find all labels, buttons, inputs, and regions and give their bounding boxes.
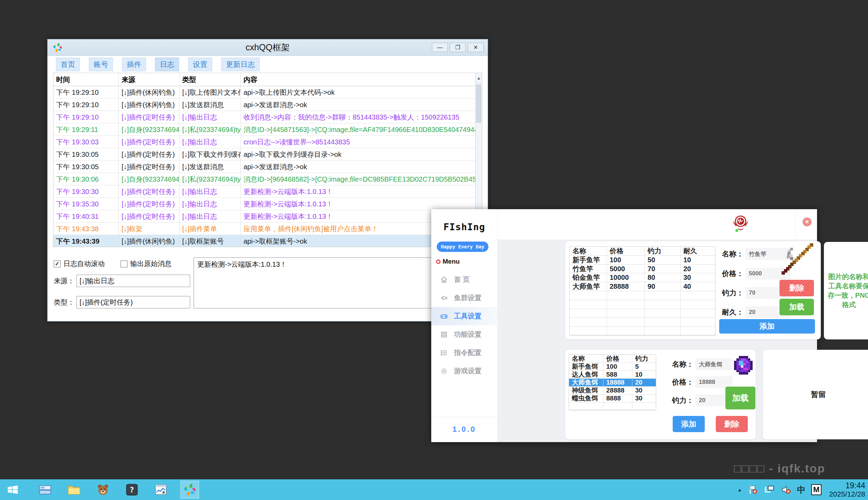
log-row[interactable]: 下午 19:30:30[↓]插件(定时任务)[↓]输出日志更新检测->云端版本:…: [53, 185, 480, 198]
taskbar-item-monitor-app[interactable]: [152, 481, 170, 499]
bait-row[interactable]: [569, 402, 656, 410]
rod-row[interactable]: 大师鱼竿288889040: [570, 282, 715, 291]
tab-settings[interactable]: 设置: [188, 58, 212, 71]
scroll-up-icon[interactable]: ▲: [476, 73, 482, 83]
log-row[interactable]: 下午 19:43:38[↓]框架[↓]插件菜单应用菜单，插件[休闲钓鱼]被用户点…: [53, 223, 480, 235]
log-row[interactable]: 下午 19:30:06[↓]自身(923374694)[↓]私(92337469…: [53, 173, 480, 185]
rod-row[interactable]: [570, 318, 715, 327]
rod-load-button[interactable]: 加载: [779, 299, 814, 315]
nav-item-function-settings[interactable]: 功能设置: [431, 325, 497, 344]
desktop: □□□□ - iqfk.top cxhQQ框架 — ❐ ✕ 首页 账号 插件 日…: [0, 0, 868, 500]
table-cell: [570, 318, 607, 326]
rod-row[interactable]: [570, 300, 715, 309]
log-row[interactable]: 下午 19:29:10[↓]插件(休闲钓鱼)[↓]发送群消息api->发送群消息…: [53, 99, 480, 111]
scroll-thumb[interactable]: [476, 85, 481, 123]
log-cell-source: [↓]自身(923374694): [119, 123, 179, 136]
table-cell: [645, 300, 681, 309]
nav-item-fish-settings[interactable]: 鱼群设置: [431, 289, 497, 307]
tray-clock[interactable]: 19:44 2025/12/28: [829, 481, 865, 499]
table-cell: 18888: [603, 379, 632, 386]
start-button[interactable]: [0, 479, 25, 500]
log-row[interactable]: 下午 19:30:05[↓]插件(定时任务)[↓]取下载文件到缓存目录api->…: [53, 148, 480, 161]
svg-text:?: ?: [130, 486, 134, 494]
table-cell: [607, 309, 645, 318]
column-header: 价格: [607, 247, 645, 255]
table-cell: [681, 300, 715, 309]
rod-row[interactable]: [570, 309, 715, 318]
tab-changelog[interactable]: 更新日志: [221, 58, 260, 71]
minimize-button[interactable]: —: [432, 43, 448, 52]
table-cell: [681, 327, 715, 335]
ime-mode-badge[interactable]: M: [811, 484, 822, 495]
tab-home[interactable]: 首页: [56, 58, 80, 71]
checkbox-checked-icon[interactable]: ✓: [54, 261, 61, 267]
rod-row[interactable]: [570, 327, 715, 336]
rod-row[interactable]: [570, 291, 715, 300]
log-row[interactable]: 下午 19:29:11[↓]自身(923374694)[↓]私(92337469…: [53, 123, 480, 136]
action-center-flag-icon[interactable]: [747, 484, 758, 495]
log-table-header: 时间 来源 类型 内容: [53, 73, 480, 86]
taskbar-item-explorer[interactable]: [36, 481, 54, 499]
maximize-button[interactable]: ❐: [450, 43, 466, 52]
bait-add-button[interactable]: 添加: [673, 416, 705, 432]
bait-price-input[interactable]: 18888: [695, 376, 733, 388]
nav-item-game-settings[interactable]: 游戏设置: [431, 362, 497, 380]
clan-emblem-logo: [731, 212, 750, 233]
col-header-content: 内容: [241, 73, 480, 86]
ime-language-indicator[interactable]: 中: [797, 484, 806, 496]
table-cell: [632, 402, 656, 410]
bait-row[interactable]: 蠕虫鱼饵888830: [569, 395, 656, 402]
table-cell: 50: [645, 256, 681, 264]
close-button[interactable]: ✕: [468, 43, 484, 52]
rod-row[interactable]: 新手鱼竿1005010: [570, 256, 715, 265]
nav-item-command-config[interactable]: 指令配置: [431, 344, 497, 362]
checkbox-unchecked-icon[interactable]: [121, 261, 127, 267]
image-note-card: 图片的名称和工具名称要保存一致，PNG格式: [824, 242, 868, 339]
table-cell: 大师鱼竿: [570, 282, 607, 291]
table-cell: 达人鱼饵: [569, 371, 603, 378]
banner-button[interactable]: Happy Every Day: [437, 242, 488, 252]
rod-row[interactable]: 铂金鱼竿100008030: [570, 273, 715, 282]
qq-titlebar[interactable]: cxhQQ框架 — ❐ ✕: [48, 39, 488, 56]
source-filter-input[interactable]: [↓]输出日志: [76, 275, 190, 287]
bait-row[interactable]: 神级鱼饵2888830: [569, 387, 656, 395]
log-row[interactable]: 下午 19:29:10[↓]插件(定时任务)[↓]输出日志收到消息->内容：我的…: [53, 111, 480, 123]
taskbar-item-bear-app[interactable]: [94, 481, 112, 499]
col-header-time: 时间: [53, 73, 119, 86]
raw-output-checkbox[interactable]: 输出原始消息: [121, 259, 172, 268]
fishing-close-button[interactable]: ✕: [803, 217, 812, 226]
tab-plugins[interactable]: 插件: [122, 58, 146, 71]
folder-icon: [67, 483, 81, 496]
tab-account[interactable]: 账号: [89, 58, 113, 71]
rod-delete-button[interactable]: 删除: [779, 280, 814, 296]
bait-row[interactable]: 大师鱼饵1888820: [569, 379, 656, 387]
autoscroll-checkbox[interactable]: ✓ 日志自动滚动: [54, 259, 105, 268]
network-icon[interactable]: [764, 484, 775, 495]
bait-row[interactable]: 达人鱼饵58810: [569, 371, 656, 379]
bait-delete-button[interactable]: 删除: [716, 416, 748, 432]
taskbar: ? ▲: [0, 479, 868, 500]
log-row[interactable]: 下午 19:30:05[↓]插件(定时任务)[↓]发送群消息api->发送群消息…: [53, 161, 480, 173]
tab-log[interactable]: 日志: [155, 58, 179, 71]
log-row[interactable]: 下午 19:30:03[↓]插件(定时任务)[↓]输出日志cron日志-->读懂…: [53, 136, 480, 148]
log-row[interactable]: 下午 19:35:30[↓]插件(定时任务)[↓]输出日志更新检测->云端版本:…: [53, 198, 480, 210]
nav-item-home[interactable]: 首 页: [431, 271, 497, 289]
type-filter-input[interactable]: [↓]插件(定时任务): [76, 296, 190, 308]
log-row[interactable]: 下午 19:29:10[↓]插件(休闲钓鱼)[↓]取上传图片文本代码api->取…: [53, 86, 480, 99]
log-row[interactable]: 下午 19:43:39[↓]插件(休闲钓鱼)[↓]取框架账号api->取框架账号…: [53, 235, 480, 247]
bait-row[interactable]: 新手鱼饵1005: [569, 363, 656, 371]
taskbar-item-cxhqq[interactable]: [180, 481, 199, 499]
table-cell: 28888: [607, 282, 645, 291]
rod-row[interactable]: 竹鱼竿50007020: [570, 265, 715, 274]
tray-time: 19:44: [829, 481, 865, 490]
taskbar-item-folder[interactable]: [65, 481, 83, 499]
nav-item-tool-settings[interactable]: 工具设置: [431, 307, 497, 325]
tray-overflow-icon[interactable]: ▲: [737, 487, 742, 492]
taskbar-item-dark-app[interactable]: ?: [123, 481, 141, 499]
bait-name-input[interactable]: 大师鱼饵: [695, 358, 733, 370]
log-row[interactable]: 下午 19:40:31[↓]插件(定时任务)[↓]输出日志更新检测->云端版本:…: [53, 210, 480, 223]
chart-app-icon: [154, 483, 167, 496]
bait-load-button[interactable]: 加载: [725, 387, 755, 409]
volume-muted-icon[interactable]: [781, 484, 792, 495]
rod-add-button[interactable]: 添加: [719, 319, 815, 334]
